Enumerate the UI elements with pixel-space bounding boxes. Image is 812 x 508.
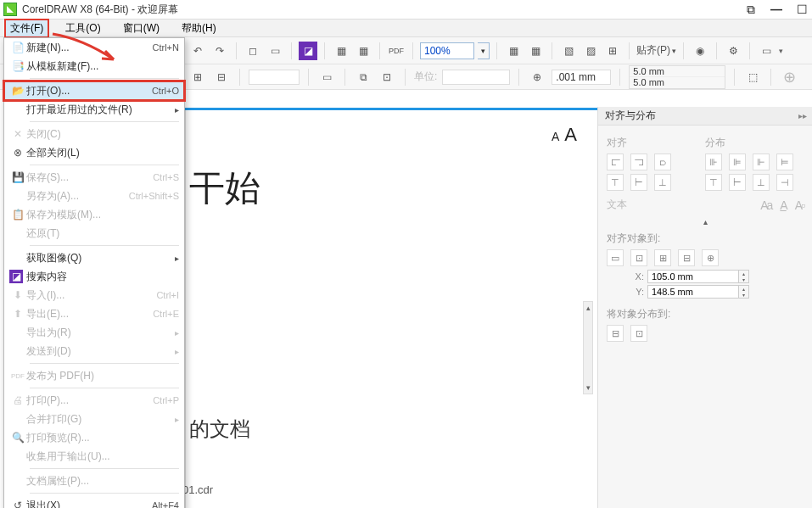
align-target-icon[interactable]: ⊟	[678, 249, 695, 266]
menu-item-shortcut: Ctrl+N	[153, 42, 179, 53]
menu-item-label: 打印(P)...	[26, 394, 153, 408]
menu-item[interactable]: 📂打开(O)...Ctrl+O	[4, 81, 184, 100]
tool-icon[interactable]: ▭	[266, 42, 284, 60]
menu-item-label: 导出为(R)	[26, 326, 175, 340]
tool-icon[interactable]: ▦	[354, 42, 372, 60]
zoom-input[interactable]: 100%	[420, 42, 474, 59]
menu-item[interactable]: ◪搜索内容	[4, 267, 184, 286]
menu-item[interactable]: 打开最近用过的文件(R)▸	[4, 100, 184, 119]
menu-help[interactable]: 帮助(H)	[176, 20, 221, 37]
scroll-up-icon[interactable]: ▴	[584, 302, 592, 314]
tool-icon[interactable]: ▦	[526, 42, 545, 60]
distribute-target-icon[interactable]: ⊟	[607, 325, 624, 342]
tool-icon[interactable]: ▦	[504, 42, 523, 60]
tool-icon[interactable]: ⊞	[603, 42, 622, 60]
vertical-scrollbar[interactable]: ▴ ▾	[581, 301, 595, 394]
menu-tools[interactable]: 工具(O)	[60, 20, 105, 37]
menu-item-label: 新建(N)...	[26, 41, 153, 55]
window-buttons: ⧉ — ☐	[744, 3, 809, 16]
tool-icon[interactable]: ◉	[691, 42, 709, 60]
distribute-icon[interactable]: ⊣	[776, 174, 793, 191]
align-target-icon[interactable]: ⊞	[654, 249, 671, 266]
search-content-icon[interactable]: ◪	[299, 42, 317, 60]
menu-item: 💾保存(S)...Ctrl+S	[4, 168, 184, 187]
align-bottom-icon[interactable]: ⊥	[654, 174, 671, 191]
menu-item-label: 导入(I)...	[26, 288, 156, 303]
menu-window[interactable]: 窗口(W)	[118, 20, 165, 37]
menu-item-label: 收集用于输出(U)...	[26, 449, 179, 464]
menu-item-label: 合并打印(G)	[26, 412, 175, 427]
collapse-arrow-icon[interactable]: ▴	[607, 217, 804, 226]
snap-dropdown[interactable]: 贴齐(P) ▾	[636, 43, 676, 58]
tool-icon[interactable]: ▧	[559, 42, 578, 60]
menu-item-icon: ⬇	[9, 289, 26, 301]
text-baseline-icon[interactable]: A	[780, 198, 786, 212]
menu-item[interactable]: 📄新建(N)...Ctrl+N	[4, 38, 184, 57]
tool-icon[interactable]: ▨	[581, 42, 600, 60]
pdf-icon[interactable]: PDF	[387, 42, 406, 60]
panel-title[interactable]: 对齐与分布 ▸▸	[598, 107, 812, 126]
menu-item-icon: 🖨	[9, 394, 26, 406]
distribute-icon[interactable]: ⊩	[753, 154, 770, 170]
menu-item-icon: ◪	[9, 270, 23, 283]
submenu-arrow-icon: ▸	[175, 415, 179, 424]
screenshot-icon[interactable]: ⧉	[744, 3, 758, 16]
align-target-icon[interactable]: ⊡	[630, 249, 647, 266]
distribute-icon[interactable]: ⊫	[729, 154, 746, 170]
menu-item: 合并打印(G)▸	[4, 410, 184, 428]
redo-icon[interactable]: ↷	[210, 42, 229, 60]
menu-item-shortcut: Ctrl+S	[153, 172, 179, 182]
distribute-icon[interactable]: ⊪	[705, 154, 722, 170]
menu-item-icon: 📑	[9, 60, 26, 72]
distribute-icon[interactable]: ⊥	[753, 174, 770, 191]
file-menu-dropdown: 📄新建(N)...Ctrl+N📑从模板新建(F)...📂打开(O)...Ctrl…	[3, 37, 185, 508]
duplicate-distance[interactable]: 5.0 mm 5.0 mm	[629, 65, 725, 89]
menu-item: 🔍打印预览(R)...	[4, 428, 184, 447]
align-center-h-icon[interactable]: ⫎	[630, 154, 647, 170]
minimize-button[interactable]: —	[770, 3, 783, 16]
tool-icon[interactable]: ⬚	[743, 68, 762, 87]
menu-item-label: 关闭(C)	[26, 127, 179, 142]
align-target-icon[interactable]: ▭	[607, 249, 624, 266]
menu-file[interactable]: 文件(F)	[5, 20, 48, 37]
menu-item[interactable]: 📑从模板新建(F)...	[4, 57, 184, 75]
menu-item: 导出为(R)▸	[4, 323, 184, 342]
menu-item-label: 打开(O)...	[26, 84, 152, 98]
distribute-icon[interactable]: ⊢	[729, 174, 746, 191]
tool-icon[interactable]: ▭	[757, 42, 776, 60]
align-left-icon[interactable]: ⫍	[607, 154, 624, 170]
text-baseline-icon[interactable]: Aa	[760, 198, 771, 212]
distribute-icon[interactable]: ⊨	[776, 154, 793, 170]
menu-item-label: 全部关闭(L)	[26, 146, 179, 160]
nudge-input[interactable]: .001 mm	[552, 70, 611, 85]
menu-item[interactable]: ↺退出(X)Alt+F4	[4, 496, 184, 508]
undo-icon[interactable]: ↶	[188, 42, 207, 60]
menu-item-label: 发送到(D)	[26, 344, 175, 359]
menu-item[interactable]: ⊗全部关闭(L)	[4, 143, 184, 162]
distribute-icon[interactable]: ⊤	[705, 174, 722, 191]
zoom-caret-icon[interactable]: ▾	[478, 42, 490, 59]
text-baseline-icon[interactable]: A▫	[795, 198, 804, 212]
collapse-icon[interactable]: ▸▸	[798, 111, 807, 120]
app-logo-icon	[3, 3, 17, 16]
maximize-button[interactable]: ☐	[795, 3, 809, 16]
align-top-icon[interactable]: ⊤	[607, 174, 624, 191]
tool-icon[interactable]: ◻	[244, 42, 262, 60]
distribute-target-icon[interactable]: ⊡	[630, 325, 647, 342]
align-center-v-icon[interactable]: ⊢	[630, 174, 647, 191]
options-icon[interactable]: ⚙	[724, 42, 742, 60]
menu-item-icon: ✕	[9, 128, 26, 140]
align-right-icon[interactable]: ⫐	[654, 154, 671, 170]
menu-item-icon: 📂	[9, 85, 26, 97]
recent-file-name[interactable]: 01.cdr	[182, 483, 213, 496]
menu-item-icon: 🔍	[9, 432, 26, 444]
add-icon[interactable]: ⊕	[780, 68, 798, 87]
align-target-icon[interactable]: ⊕	[702, 249, 719, 266]
x-input[interactable]: 105.0 mm	[647, 270, 739, 283]
menu-item[interactable]: 获取图像(Q)▸	[4, 248, 184, 267]
scroll-down-icon[interactable]: ▾	[584, 382, 592, 394]
document-canvas[interactable]: AA 干始 的文档 01.cdr	[185, 110, 597, 508]
y-input[interactable]: 148.5 mm	[647, 285, 739, 299]
menu-item-label: 还原(T)	[26, 226, 179, 241]
tool-icon[interactable]: ▦	[332, 42, 350, 60]
